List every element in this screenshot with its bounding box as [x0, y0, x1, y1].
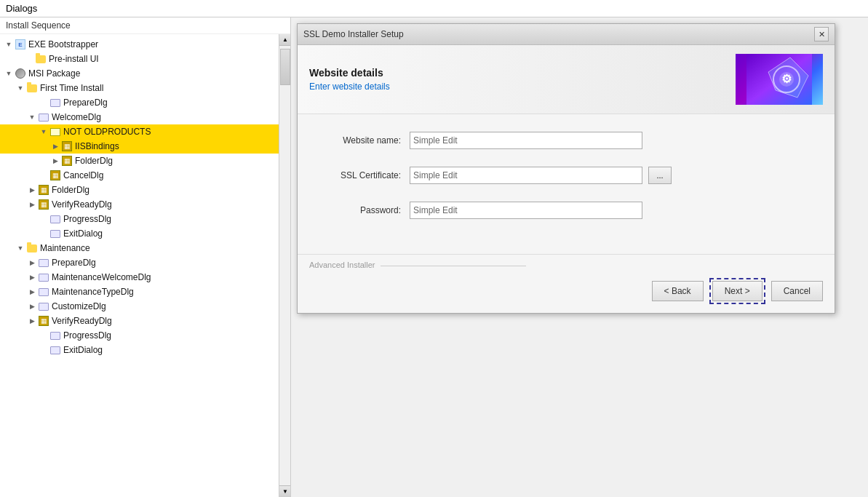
dialog-header-image: ⚙: [736, 54, 823, 105]
dialog-icon: [49, 228, 61, 239]
back-button[interactable]: < Back: [652, 281, 704, 301]
dialog-header-subtitle: Enter website details: [309, 81, 390, 92]
iis-icon: ▦: [49, 170, 61, 181]
tree-item-exe-bootstrapper[interactable]: ▼ E EXE Bootstrapper: [0, 37, 290, 52]
label-maintenancetypedlg: MaintenanceTypeDlg: [52, 287, 134, 297]
tree-item-customizedlg[interactable]: ▶ CustomizeDlg: [0, 299, 290, 314]
tree-item-progressdlg[interactable]: ProgressDlg: [0, 212, 290, 226]
left-panel: Install Sequence ▼ E EXE Bootstrapper: [0, 17, 291, 497]
expand-icon: ▼: [15, 242, 26, 254]
label-pre-install-ui: Pre-install UI: [49, 54, 99, 64]
form-group-ssl-cert: SSL Certificate: ...: [315, 167, 817, 184]
scroll-up-button[interactable]: ▲: [279, 34, 290, 46]
password-input[interactable]: [410, 202, 642, 219]
tree-item-not-oldproducts[interactable]: ▼ NOT OLDPRODUCTS: [0, 124, 290, 139]
dialog-titlebar: SSL Demo Installer Setup ✕: [298, 24, 835, 45]
dialog-icon: [38, 286, 49, 298]
brand-label: Advanced Installer: [309, 261, 375, 269]
tree-item-first-time-install[interactable]: ▼ First Time Install: [0, 81, 290, 95]
dialog-header: Website details Enter website details: [298, 45, 835, 114]
tree-item-preparedlg[interactable]: PrepareDlg: [0, 95, 290, 110]
label-maintenancewelcomedlg: MaintenanceWelcomeDlg: [52, 272, 151, 282]
dialog-close-button[interactable]: ✕: [814, 27, 829, 41]
iis-icon: ▦: [38, 315, 49, 327]
expand-icon: ▼: [15, 82, 26, 94]
expand-spacer: [23, 53, 35, 65]
dialog-icon: [38, 257, 49, 269]
iis-icon: ▦: [61, 140, 73, 152]
label-exitdialog: ExitDialog: [63, 228, 103, 239]
next-button[interactable]: Next >: [712, 281, 763, 301]
label-preparedlg: PrepareDlg: [63, 98, 108, 108]
expand-icon: ▶: [26, 184, 38, 196]
gear-icon: [15, 68, 26, 79]
label-exitdialog-maint: ExitDialog: [63, 345, 103, 355]
tree-item-folderdlg[interactable]: ▶ ▦ FolderDlg: [0, 183, 290, 197]
dialog-content: Website name: SSL Certificate: ... Passw…: [298, 114, 835, 254]
expand-icon: ▶: [26, 257, 38, 269]
tree-item-pre-install-ui[interactable]: Pre-install UI: [0, 52, 290, 66]
tree-item-preparedlg-maint[interactable]: ▶ PrepareDlg: [0, 255, 290, 270]
header-graphic: ⚙: [746, 54, 812, 105]
label-folderdlg: FolderDlg: [52, 185, 89, 195]
app-container: Dialogs Install Sequence ▼ E EXE Bootstr…: [0, 0, 868, 497]
label-not-oldproducts: NOT OLDPRODUCTS: [63, 127, 151, 137]
tree-item-progressdlg-maint[interactable]: ProgressDlg: [0, 328, 290, 343]
dialog-title: SSL Demo Installer Setup: [303, 29, 404, 39]
dialog-header-title: Website details: [309, 67, 390, 79]
label-first-time-install: First Time Install: [40, 83, 103, 93]
ssl-cert-input[interactable]: [410, 167, 642, 184]
website-name-input[interactable]: [410, 132, 642, 149]
scroll-thumb[interactable]: [280, 49, 290, 85]
tree-item-msi-package[interactable]: ▼ MSI Package: [0, 66, 290, 81]
expand-icon: ▶: [26, 271, 38, 283]
expand-spacer: [38, 213, 49, 225]
dialog-icon: [49, 97, 61, 108]
folder-icon: [26, 82, 38, 94]
svg-text:⚙: ⚙: [781, 73, 792, 85]
expand-spacer: [38, 97, 49, 108]
form-group-website-name: Website name:: [315, 132, 817, 149]
tree-item-exitdialog-maint[interactable]: ExitDialog: [0, 343, 290, 357]
label-msi-package: MSI Package: [28, 68, 80, 79]
browse-button[interactable]: ...: [648, 167, 672, 184]
label-canceldlg: CancelDlg: [63, 170, 103, 180]
tree-item-verifyreadydlg-maint[interactable]: ▶ ▦ VerifyReadyDlg: [0, 314, 290, 328]
cancel-button[interactable]: Cancel: [771, 281, 823, 301]
dialog-icon: [38, 271, 49, 283]
expand-icon: ▶: [49, 140, 61, 152]
tree-container[interactable]: ▼ E EXE Bootstrapper Pre-install UI: [0, 34, 290, 497]
scroll-down-button[interactable]: ▼: [279, 485, 290, 497]
brand-separator: [381, 266, 526, 266]
tree-item-maintenancetypedlg[interactable]: ▶ MaintenanceTypeDlg: [0, 285, 290, 299]
expand-icon: ▶: [26, 199, 38, 210]
label-iisbindings: IISBindings: [75, 141, 119, 151]
tree-item-welcomedlg[interactable]: ▼ WelcomeDlg: [0, 110, 290, 124]
label-progressdlg-maint: ProgressDlg: [63, 330, 111, 341]
dialog-icon: [49, 344, 61, 356]
label-welcomedlg: WelcomeDlg: [52, 112, 101, 122]
tree-item-maintenance[interactable]: ▼ Maintenance: [0, 241, 290, 255]
tree-item-verifyreadydlg[interactable]: ▶ ▦ VerifyReadyDlg: [0, 197, 290, 212]
folder-icon: [35, 53, 47, 65]
folder-icon: [26, 242, 38, 254]
form-group-password: Password:: [315, 202, 817, 219]
tree-item-canceldlg[interactable]: ▦ CancelDlg: [0, 168, 290, 183]
iis-icon: ▦: [38, 184, 49, 196]
expand-icon: ▶: [26, 301, 38, 312]
tree-item-maintenancewelcomedlg[interactable]: ▶ MaintenanceWelcomeDlg: [0, 270, 290, 285]
tree-item-exitdialog[interactable]: ExitDialog: [0, 226, 290, 241]
tree-item-folderdlg-nested[interactable]: ▶ ▦ FolderDlg: [0, 154, 290, 168]
label-verifyreadydlg-maint: VerifyReadyDlg: [52, 316, 112, 326]
scroll-track: [279, 46, 290, 485]
exe-icon: E: [15, 39, 26, 50]
dialog-footer: Advanced Installer < Back Next > Cancel: [298, 254, 835, 313]
label-exe-bootstrapper: EXE Bootstrapper: [28, 39, 98, 49]
scrollbar[interactable]: ▲ ▼: [279, 34, 290, 497]
main-area: Install Sequence ▼ E EXE Bootstrapper: [0, 17, 868, 497]
tree-item-iisbindings[interactable]: ▶ ▦ IISBindings: [0, 139, 290, 154]
iis-icon: ▦: [38, 199, 49, 210]
dialog-icon: [49, 213, 61, 225]
expand-spacer: [38, 330, 49, 341]
dialog-icon: [49, 330, 61, 341]
